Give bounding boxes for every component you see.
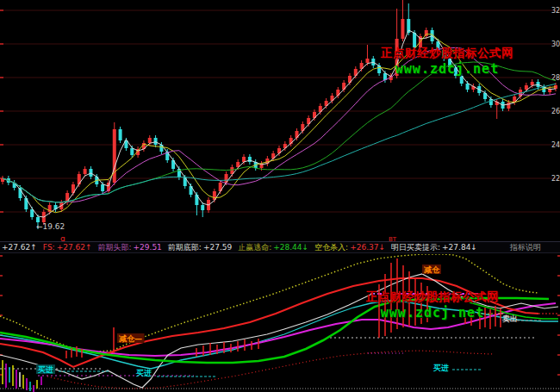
status-item: 明日买卖提示:+27.84↓ xyxy=(391,242,477,252)
candle xyxy=(113,129,116,183)
candle xyxy=(248,157,252,162)
status-item: 止赢逃命:+28.44↓ xyxy=(238,242,308,252)
price-axis-label: 32 xyxy=(551,7,560,15)
status-item-value: +26.37↓ xyxy=(350,243,385,252)
status-item-value: +27.59 xyxy=(203,243,232,252)
candle xyxy=(507,103,510,109)
candlestick-chart-panel[interactable]: 323028262422←19.62qBT xyxy=(0,0,560,241)
candle xyxy=(401,19,404,39)
candle xyxy=(148,138,152,143)
stock-chart-window: 323028262422←19.62qBT +27.62↑FS:+27.62↑前… xyxy=(0,0,560,392)
candle xyxy=(101,184,104,191)
price-axis-label: 26 xyxy=(551,108,560,115)
white-signal-line xyxy=(0,274,558,388)
status-item-label: 空仓杀入: xyxy=(314,243,348,252)
status-item-label: 前期底部: xyxy=(168,243,202,252)
status-item: FS:+27.62↑ xyxy=(43,242,92,252)
indicator-chart-panel[interactable]: 减仓—减仓买进买进买进卖出 xyxy=(0,254,560,392)
candle xyxy=(201,205,204,210)
indicator-help-link[interactable]: 指标说明 xyxy=(510,242,541,252)
status-item: 空仓杀入:+26.37↓ xyxy=(314,242,385,252)
status-item: 前期底部:+27.59 xyxy=(168,242,232,252)
signal-sell-1: 卖出 xyxy=(502,314,518,323)
signal-reduce-1: 减仓— xyxy=(119,334,142,343)
red-trend-line xyxy=(0,278,538,367)
status-item-value: +27.62↑ xyxy=(57,243,92,252)
ma-slow-cyan xyxy=(3,84,556,202)
ma-magenta xyxy=(3,47,556,202)
candle xyxy=(531,82,534,85)
candle xyxy=(154,138,158,145)
status-item-label: 明日买卖提示: xyxy=(391,243,440,252)
price-axis-label: 24 xyxy=(551,141,560,149)
marker-q: q xyxy=(60,234,65,241)
candle xyxy=(466,84,470,90)
signal-buy-1: 买进 xyxy=(37,365,53,374)
status-item-label: FS: xyxy=(43,243,55,252)
status-item-value: +27.84↓ xyxy=(442,243,477,252)
ma-yellow xyxy=(3,34,556,213)
status-item-value: +28.44↓ xyxy=(273,243,308,252)
price-axis-label: 30 xyxy=(551,40,560,48)
signal-buy-3: 买进 xyxy=(432,364,449,372)
magenta-trend-line xyxy=(0,303,556,356)
yellow-dotted-band xyxy=(0,254,538,352)
candle xyxy=(130,148,134,155)
candle xyxy=(395,39,399,76)
candle xyxy=(413,33,416,47)
ma-green xyxy=(3,62,556,202)
status-item-value: +27.62↑ xyxy=(2,243,37,252)
status-item-value: +29.51 xyxy=(134,243,162,252)
signal-reduce-2: 减仓 xyxy=(424,265,440,274)
candle xyxy=(365,59,369,63)
candle xyxy=(119,129,122,140)
signal-buy-2: 买进 xyxy=(135,369,152,377)
status-item: 前期头部:+29.51 xyxy=(97,242,161,252)
indicator-status-bar: +27.62↑FS:+27.62↑前期头部:+29.51前期底部:+27.59止… xyxy=(0,241,560,253)
status-item: +27.62↑ xyxy=(2,242,37,252)
low-price-label: ←19.62 xyxy=(36,222,65,231)
price-axis-label: 22 xyxy=(551,175,560,183)
status-item-label: 前期头部: xyxy=(97,243,131,252)
price-axis-label: 28 xyxy=(551,74,560,82)
status-item-label: 止赢逃命: xyxy=(238,243,271,252)
candle xyxy=(84,169,87,174)
